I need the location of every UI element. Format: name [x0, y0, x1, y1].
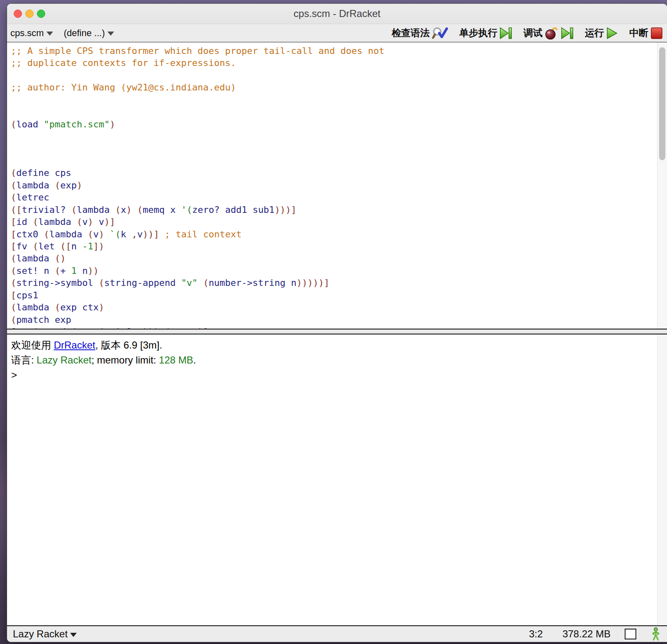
- code-line: [11, 106, 655, 118]
- code-line: (lambda (exp): [11, 179, 655, 191]
- break-button[interactable]: 中断: [629, 27, 663, 39]
- debug-step-icon: [561, 27, 574, 39]
- file-popup-menu[interactable]: cps.scm: [10, 28, 53, 39]
- run-label: 运行: [585, 27, 604, 39]
- cursor-position: 3:2: [523, 628, 548, 640]
- step-icon: [499, 27, 513, 39]
- code-line: ;; duplicate contexts for if-expressions…: [11, 57, 655, 69]
- welcome-prefix: 欢迎使用: [11, 339, 54, 351]
- scrollbar-thumb[interactable]: [659, 47, 665, 160]
- code-line: (load "pmatch.scm"): [11, 118, 655, 130]
- memory-usage: 378.22 MB: [562, 628, 611, 640]
- check-syntax-button[interactable]: 检查语法: [392, 27, 448, 40]
- code-line: [11, 155, 655, 167]
- code-line: (set! n (+ 1 n)): [11, 265, 655, 277]
- code-line: ;; author: Yin Wang (yw21@cs.indiana.edu…: [11, 81, 655, 93]
- code-line: (lambda (exp ctx): [11, 301, 655, 313]
- pane-divider[interactable]: [7, 329, 667, 334]
- drracket-window: cps.scm - DrRacket cps.scm (define ...) …: [7, 3, 667, 642]
- desktop-wallpaper: cps.scm - DrRacket cps.scm (define ...) …: [0, 0, 667, 644]
- code-line: [11, 69, 655, 81]
- code-line: (string->symbol (string-append "v" (numb…: [11, 277, 655, 289]
- bomb-icon: [545, 27, 559, 40]
- code-line: ;; A simple CPS transformer which does p…: [11, 45, 655, 57]
- run-button[interactable]: 运行: [585, 27, 618, 39]
- definitions-pane[interactable]: ;; A simple CPS transformer which does p…: [7, 42, 667, 329]
- status-bar: Lazy Racket 3:2 378.22 MB: [7, 625, 667, 642]
- define-popup-menu[interactable]: (define ...): [64, 28, 114, 39]
- stop-icon: [650, 27, 663, 39]
- chevron-down-icon: [107, 32, 114, 36]
- definitions-scrollbar[interactable]: [657, 42, 667, 329]
- run-icon: [606, 27, 618, 39]
- code-line: [id (lambda (v) v)]: [11, 216, 655, 228]
- gc-indicator-button[interactable]: [625, 629, 636, 639]
- window-title: cps.scm - DrRacket: [7, 4, 667, 24]
- code-area[interactable]: ;; A simple CPS transformer which does p…: [7, 42, 667, 329]
- code-line: [cps1: [11, 289, 655, 301]
- debug-button[interactable]: 调试: [523, 27, 574, 40]
- step-button[interactable]: 单步执行: [459, 27, 513, 39]
- code-line: [,x (guard (not (pair? x))) (ctx x)]: [11, 326, 655, 329]
- language-menu-label: Lazy Racket: [13, 628, 68, 640]
- code-line: [11, 130, 655, 142]
- welcome-suffix: , 版本 6.9 [3m].: [95, 339, 162, 351]
- memory-limit-value: 128 MB: [159, 354, 193, 366]
- code-line: (define cps: [11, 167, 655, 179]
- drracket-link[interactable]: DrRacket: [54, 339, 95, 351]
- interactions-pane[interactable]: 欢迎使用 DrRacket, 版本 6.9 [3m]. 语言: Lazy Rac…: [7, 334, 667, 625]
- running-man-icon: [650, 627, 661, 641]
- code-line: [ctx0 (lambda (v) `(k ,v))] ; tail conte…: [11, 228, 655, 240]
- debug-label: 调试: [523, 27, 543, 39]
- code-line: [11, 143, 655, 155]
- chevron-down-icon: [46, 32, 53, 36]
- toolbar: cps.scm (define ...) 检查语法: [7, 24, 667, 42]
- language-menu[interactable]: Lazy Racket: [13, 628, 77, 640]
- code-line: ([trivial? (lambda (x) (memq x '(zero? a…: [11, 204, 655, 216]
- file-popup-label: cps.scm: [10, 28, 44, 39]
- welcome-line: 欢迎使用 DrRacket, 版本 6.9 [3m].: [11, 338, 655, 353]
- title-bar[interactable]: cps.scm - DrRacket: [7, 4, 667, 24]
- memory-label: ; memory limit:: [91, 354, 159, 366]
- code-line: (pmatch exp: [11, 314, 655, 326]
- interactions-scrollbar[interactable]: [657, 334, 667, 625]
- period: .: [193, 354, 196, 366]
- language-name: Lazy Racket: [37, 354, 91, 366]
- code-line: [11, 94, 655, 106]
- repl-prompt[interactable]: >: [11, 368, 655, 383]
- code-line: [fv (let ([n -1]): [11, 240, 655, 252]
- step-label: 单步执行: [459, 27, 497, 39]
- language-label: 语言:: [11, 354, 37, 366]
- break-label: 中断: [629, 27, 648, 39]
- define-popup-label: (define ...): [64, 28, 105, 39]
- language-line: 语言: Lazy Racket; memory limit: 128 MB.: [11, 353, 655, 368]
- code-line: (letrec: [11, 191, 655, 203]
- magnifier-check-icon: [432, 27, 448, 40]
- check-syntax-label: 检查语法: [392, 27, 430, 39]
- code-line: (lambda (): [11, 252, 655, 264]
- chevron-down-icon: [70, 633, 77, 637]
